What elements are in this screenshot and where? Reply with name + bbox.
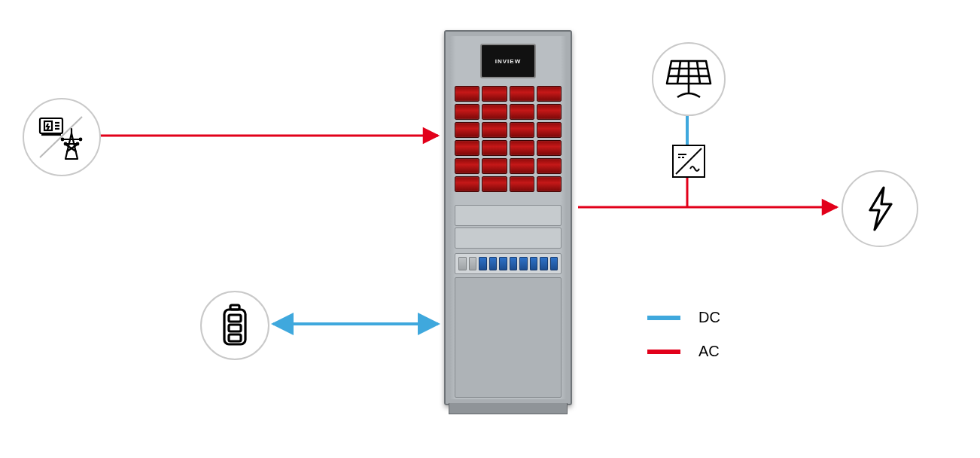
lightning-icon [861,185,899,233]
svg-point-8 [80,139,82,141]
svg-rect-15 [229,334,241,341]
legend-ac-swatch [647,350,680,354]
legend-dc: DC [647,309,720,326]
node-load [842,170,918,247]
legend-dc-swatch [647,316,680,320]
distribution-panel-2 [455,227,562,249]
power-cabinet: INVIEW [444,30,572,414]
svg-rect-14 [229,325,241,331]
node-solar [652,42,726,116]
cabinet-display: INVIEW [480,44,536,78]
battery-icon [220,304,250,347]
distribution-panel-1 [455,205,562,226]
legend-ac: AC [647,343,720,360]
legend-ac-label: AC [698,343,720,360]
node-battery [200,291,269,360]
svg-point-9 [65,143,67,145]
node-grid-genset [23,98,101,176]
svg-point-7 [62,139,64,141]
grid-genset-icon [35,111,88,163]
power-system-diagram: INVIEW [0,0,980,458]
rectifier-modules [455,86,562,192]
svg-line-18 [697,61,700,84]
node-inverter [672,145,705,178]
svg-rect-13 [229,315,241,322]
legend-dc-label: DC [698,309,720,326]
cabinet-blank-panel [455,277,562,398]
breaker-row [455,253,562,274]
svg-line-16 [677,61,680,84]
solar-panel-icon [664,56,714,102]
inverter-icon [674,146,704,176]
legend: DC AC [647,309,720,377]
svg-point-10 [77,143,79,145]
